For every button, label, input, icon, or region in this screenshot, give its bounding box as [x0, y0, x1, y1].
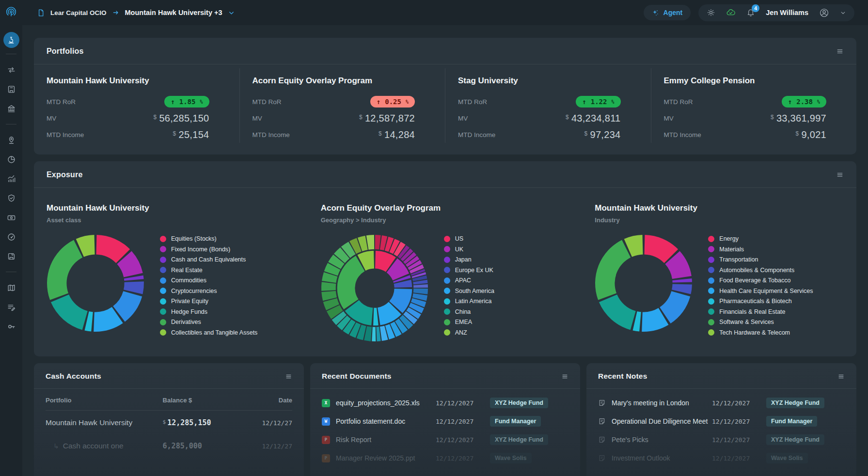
- note-tag[interactable]: Fund Manager: [766, 416, 817, 427]
- legend-item[interactable]: Automobiles & Components: [708, 267, 813, 274]
- sunburst-outer-segment[interactable]: [413, 289, 427, 294]
- document-date: 12/12/2027: [436, 418, 486, 425]
- legend-item[interactable]: Equities (Stocks): [160, 235, 257, 242]
- portfolio-card[interactable]: Stag UniversityMTD RoR↑1.22%MV$43,234,81…: [445, 68, 651, 143]
- legend-item[interactable]: US: [444, 235, 494, 242]
- legend-item[interactable]: Japan: [444, 256, 494, 263]
- sidebar-item-saved[interactable]: [0, 246, 22, 266]
- legend-item[interactable]: South America: [444, 288, 494, 294]
- sunburst-outer-segment[interactable]: [375, 235, 380, 249]
- note-row[interactable]: Pete's Picks12/12/2027XYZ Hedge Fund: [598, 430, 845, 449]
- portfolio-card[interactable]: Emmy College PensionMTD RoR↑2.38%MV$33,3…: [651, 68, 857, 143]
- document-row[interactable]: WPortfolio statement.doc12/12/2027Fund M…: [322, 412, 568, 430]
- legend-item[interactable]: Fixed Income (Bonds): [160, 246, 257, 253]
- sidebar-item-keys[interactable]: [0, 317, 22, 336]
- sidebar-item-analysis-active[interactable]: [3, 32, 19, 48]
- sidebar-item-allocation[interactable]: [0, 150, 22, 169]
- context-selector[interactable]: Mountain Hawk University +3: [125, 9, 222, 16]
- avatar-icon[interactable]: [819, 8, 829, 18]
- document-row[interactable]: PManager Review 2025.ppt12/12/2027Wave S…: [322, 449, 568, 467]
- legend-item[interactable]: Food Beverage & Tobacco: [708, 277, 813, 284]
- cloud-check-icon[interactable]: [726, 8, 736, 17]
- legend-item[interactable]: Materials: [708, 246, 813, 253]
- sunburst-outer-segment[interactable]: [321, 282, 336, 291]
- cash-account-row[interactable]: Mountain Hawk University$12,285,15012/12…: [46, 411, 292, 434]
- portfolios-menu-icon[interactable]: [836, 47, 844, 55]
- sidebar-item-locations[interactable]: [0, 130, 22, 150]
- sidebar-item-performance[interactable]: [0, 169, 22, 188]
- donut-segment[interactable]: [51, 294, 88, 330]
- legend-item[interactable]: Transportation: [708, 256, 813, 263]
- note-row[interactable]: Mary's meeting in London12/12/2027XYZ He…: [598, 394, 845, 412]
- legend-item[interactable]: Financials & Real Estate: [708, 308, 813, 315]
- sunburst-outer-segment[interactable]: [372, 327, 376, 341]
- sidebar-item-map[interactable]: [0, 278, 22, 297]
- legend-item[interactable]: Health Care Equipment & Services: [708, 288, 813, 294]
- sidebar-item-transfers[interactable]: [0, 60, 22, 79]
- recent-notes-menu-icon[interactable]: [837, 373, 845, 380]
- portfolio-card[interactable]: Acorn Equity Overlay ProgramMTD RoR↑0.25…: [239, 68, 445, 143]
- donut-segment[interactable]: [595, 240, 631, 300]
- legend-item[interactable]: Pharmaceuticals & Biotech: [708, 298, 813, 305]
- recent-notes-list: Mary's meeting in London12/12/2027XYZ He…: [586, 389, 856, 467]
- portfolio-card[interactable]: Mountain Hawk UniversityMTD RoR↑1.85%MV$…: [34, 68, 239, 143]
- legend-item[interactable]: Real Estate: [160, 267, 257, 274]
- document-tag[interactable]: XYZ Hedge Fund: [490, 398, 548, 408]
- legend-item[interactable]: Latin America: [444, 298, 494, 305]
- document-row[interactable]: PRisk Report12/12/2027XYZ Hedge Fund: [322, 430, 568, 449]
- app-logo[interactable]: [0, 6, 22, 19]
- legend-item[interactable]: Collectibles and Tangible Assets: [160, 329, 257, 336]
- exposure-menu-icon[interactable]: [836, 171, 844, 179]
- sidebar-item-notes[interactable]: [0, 297, 22, 317]
- agent-button[interactable]: Agent: [644, 5, 691, 20]
- legend-item[interactable]: China: [444, 308, 494, 315]
- document-tag[interactable]: XYZ Hedge Fund: [490, 434, 548, 445]
- legend-item[interactable]: EMEA: [444, 319, 494, 325]
- breadcrumb-workspace[interactable]: Lear Capital OCIO: [50, 9, 107, 16]
- legend-item[interactable]: ANZ: [444, 329, 494, 336]
- sidebar-item-compliance[interactable]: [0, 188, 22, 208]
- legend-item[interactable]: Derivatives: [160, 319, 257, 325]
- note-tag[interactable]: XYZ Hedge Fund: [766, 434, 824, 445]
- recent-documents-menu-icon[interactable]: [561, 373, 568, 380]
- donut-segment[interactable]: [47, 240, 82, 300]
- sidebar-item-ledger[interactable]: [0, 79, 22, 99]
- note-row[interactable]: Investment Outlook12/12/2027Wave Solis: [598, 449, 845, 467]
- sidebar-item-dashboard[interactable]: [0, 227, 22, 246]
- legend-item[interactable]: Private Equity: [160, 298, 257, 305]
- note-row[interactable]: Operational Due Diligence Meeting12/12/2…: [598, 412, 845, 430]
- cash-account-row[interactable]: ↳Cash account one6,285,00012/12/27: [46, 434, 292, 457]
- sunburst-outer-segment[interactable]: [366, 235, 374, 250]
- document-tag[interactable]: Wave Solis: [490, 453, 532, 463]
- bell-icon[interactable]: 4: [746, 8, 755, 17]
- chevron-down-icon[interactable]: [228, 9, 235, 16]
- document-tag[interactable]: Fund Manager: [490, 416, 541, 427]
- sunburst-chart[interactable]: [321, 234, 428, 342]
- sunburst-outer-segment[interactable]: [413, 284, 428, 288]
- legend-item[interactable]: Cash and Cash Equivalents: [160, 256, 257, 263]
- user-chevron-down-icon[interactable]: [840, 10, 846, 16]
- legend-item[interactable]: Cryptocurrencies: [160, 288, 257, 294]
- sidebar-item-cash[interactable]: [0, 208, 22, 227]
- legend-item[interactable]: Tech Hardware & Telecom: [708, 329, 813, 336]
- cash-accounts-menu-icon[interactable]: [285, 373, 292, 380]
- donut-chart[interactable]: [47, 234, 144, 332]
- legend-item[interactable]: Energy: [708, 235, 813, 242]
- legend-item[interactable]: Europe Ex UK: [444, 267, 494, 274]
- legend-item[interactable]: Commodities: [160, 277, 257, 284]
- donut-segment[interactable]: [673, 278, 693, 283]
- sidebar-item-institutions[interactable]: [0, 99, 22, 118]
- document-row[interactable]: Xequity_projections_2025.xls12/12/2027XY…: [322, 394, 568, 412]
- legend-item[interactable]: UK: [444, 246, 494, 253]
- legend-item[interactable]: Hedge Funds: [160, 308, 257, 315]
- chart-legend: USUKJapanEurope Ex UKAPACSouth AmericaLa…: [444, 235, 494, 336]
- note-tag[interactable]: Wave Solis: [766, 453, 808, 463]
- donut-segment[interactable]: [599, 294, 636, 330]
- note-tag[interactable]: XYZ Hedge Fund: [766, 398, 824, 408]
- sunburst-outer-segment[interactable]: [376, 327, 380, 341]
- legend-item[interactable]: APAC: [444, 277, 494, 284]
- donut-chart[interactable]: [595, 234, 693, 332]
- legend-item[interactable]: Software & Services: [708, 319, 813, 325]
- theme-sun-icon[interactable]: [707, 8, 715, 17]
- sunburst-inner-segment[interactable]: [373, 307, 379, 325]
